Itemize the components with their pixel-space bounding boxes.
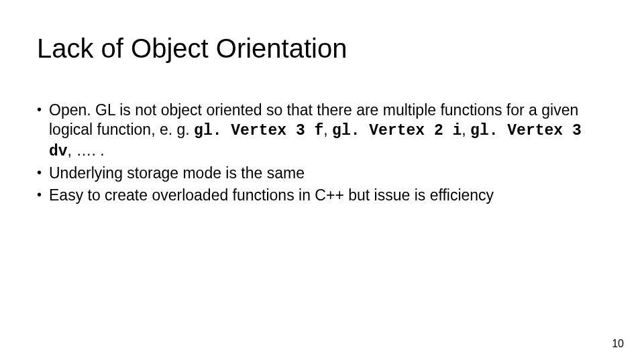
bullet-3: • Easy to create overloaded functions in…: [37, 186, 607, 205]
bullet-2: • Underlying storage mode is the same: [37, 164, 607, 183]
b1-sep1: ,: [323, 121, 332, 138]
bullet-dot-icon: •: [37, 186, 49, 205]
bullet-1: • Open. GL is not object oriented so tha…: [37, 101, 607, 161]
slide-body: • Open. GL is not object oriented so tha…: [37, 101, 607, 208]
bullet-1-text: Open. GL is not object oriented so that …: [49, 101, 607, 161]
b1-sep2: ,: [462, 121, 470, 138]
b1-tail: , …. .: [68, 141, 105, 159]
slide: Lack of Object Orientation • Open. GL is…: [0, 0, 644, 362]
b1-code2: gl. Vertex 2 i: [332, 122, 462, 139]
bullet-2-text: Underlying storage mode is the same: [49, 164, 607, 183]
bullet-dot-icon: •: [37, 101, 49, 161]
page-number: 10: [612, 338, 624, 350]
bullet-dot-icon: •: [37, 164, 49, 183]
bullet-3-text: Easy to create overloaded functions in C…: [49, 186, 607, 205]
slide-title: Lack of Object Orientation: [37, 34, 347, 64]
b1-code1: gl. Vertex 3 f: [194, 122, 323, 139]
